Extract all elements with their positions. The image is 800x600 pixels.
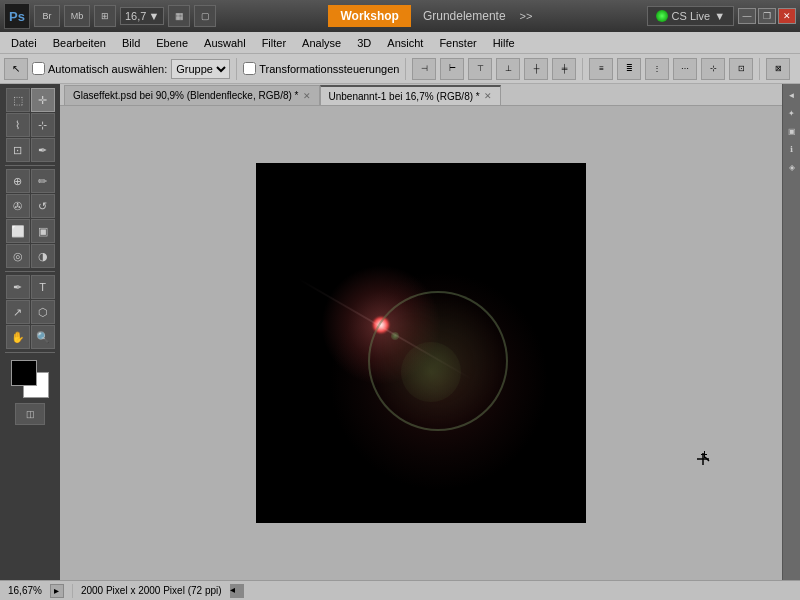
close-button[interactable]: ✕ <box>778 8 796 24</box>
align-top-btn[interactable]: ⊥ <box>496 58 520 80</box>
title-bar: Ps Br Mb ⊞ 16,7 ▼ ▦ ▢ Workshop Grundelem… <box>0 0 800 32</box>
panel-icon-3[interactable]: ℹ <box>785 142 799 156</box>
menu-bearbeiten[interactable]: Bearbeiten <box>46 35 113 51</box>
distribute-bot-btn[interactable]: ⋮ <box>645 58 669 80</box>
foreground-color-swatch[interactable] <box>11 360 37 386</box>
menu-filter[interactable]: Filter <box>255 35 293 51</box>
tab-unbenannt-close[interactable]: ✕ <box>484 91 492 101</box>
arrange-icon[interactable]: ⊞ <box>94 5 116 27</box>
status-sep <box>72 584 73 598</box>
align-middle-btn[interactable]: ┼ <box>524 58 548 80</box>
path-select-tool[interactable]: ↗ <box>6 300 30 324</box>
workspace-button[interactable]: Workshop <box>328 5 410 27</box>
canvas-area[interactable] <box>60 106 782 580</box>
options-separator-2 <box>405 58 406 80</box>
options-separator-4 <box>759 58 760 80</box>
tab-glaseffekt-label: Glaseffekt.psd bei 90,9% (Blendenflecke,… <box>73 90 299 101</box>
color-swatches[interactable] <box>11 360 49 398</box>
move-tool[interactable]: ✛ <box>31 88 55 112</box>
pen-tool[interactable]: ✒ <box>6 275 30 299</box>
menu-3d[interactable]: 3D <box>350 35 378 51</box>
tab-unbenannt[interactable]: Unbenannt-1 bei 16,7% (RGB/8) * ✕ <box>320 85 501 105</box>
cs-live-indicator <box>656 10 668 22</box>
history-brush-tool[interactable]: ↺ <box>31 194 55 218</box>
lens-flare-container <box>256 163 586 523</box>
align-left-btn[interactable]: ⊣ <box>412 58 436 80</box>
mini-bridge-icon[interactable]: Mb <box>64 5 90 27</box>
panel-icon-1[interactable]: ✦ <box>785 106 799 120</box>
grundelemente-label[interactable]: Grundelemente <box>415 5 514 27</box>
quick-mask-button[interactable]: ◫ <box>15 403 45 425</box>
tab-glaseffekt[interactable]: Glaseffekt.psd bei 90,9% (Blendenflecke,… <box>64 85 320 105</box>
align-right-btn[interactable]: ⊤ <box>468 58 492 80</box>
distribute-right-btn[interactable]: ⊡ <box>729 58 753 80</box>
move-tool-btn[interactable]: ↖ <box>4 58 28 80</box>
spot-heal-tool[interactable]: ⊕ <box>6 169 30 193</box>
menu-datei[interactable]: Datei <box>4 35 44 51</box>
tool-row-4: ⊕ ✏ <box>6 169 55 193</box>
auto-select-label: Automatisch auswählen: <box>32 62 167 75</box>
status-icon[interactable]: ▸ <box>50 584 64 598</box>
bridge-icon[interactable]: Br <box>34 5 60 27</box>
main-area: ⬚ ✛ ⌇ ⊹ ⊡ ✒ ⊕ ✏ ✇ ↺ ⬜ ▣ ◎ ◑ ✒ <box>0 84 800 580</box>
auto-select-dropdown[interactable]: Gruppe <box>171 59 230 79</box>
dodge-tool[interactable]: ◑ <box>31 244 55 268</box>
menu-fenster[interactable]: Fenster <box>432 35 483 51</box>
zoom-display: 16,67% <box>8 585 42 596</box>
left-toolbar: ⬚ ✛ ⌇ ⊹ ⊡ ✒ ⊕ ✏ ✇ ↺ ⬜ ▣ ◎ ◑ ✒ <box>0 84 60 580</box>
tab-bar: Glaseffekt.psd bei 90,9% (Blendenflecke,… <box>60 84 782 106</box>
right-panel: ◄ ✦ ▣ ℹ ◈ <box>782 84 800 580</box>
tool-row-10: ✋ 🔍 <box>6 325 55 349</box>
scroll-left-btn[interactable]: ◂ <box>230 584 244 598</box>
eraser-tool[interactable]: ⬜ <box>6 219 30 243</box>
more-workspaces[interactable]: >> <box>518 8 535 24</box>
brush-tool[interactable]: ✏ <box>31 169 55 193</box>
tool-row-7: ◎ ◑ <box>6 244 55 268</box>
tab-unbenannt-label: Unbenannt-1 bei 16,7% (RGB/8) * <box>329 91 480 102</box>
menu-ebene[interactable]: Ebene <box>149 35 195 51</box>
hand-tool[interactable]: ✋ <box>6 325 30 349</box>
cs-live-dropdown[interactable]: ▼ <box>714 10 725 22</box>
layout-icon[interactable]: ▦ <box>168 5 190 27</box>
menu-analyse[interactable]: Analyse <box>295 35 348 51</box>
align-center-btn[interactable]: ⊢ <box>440 58 464 80</box>
gradient-tool[interactable]: ▣ <box>31 219 55 243</box>
align-bottom-btn[interactable]: ╪ <box>552 58 576 80</box>
panel-icon-4[interactable]: ◈ <box>785 160 799 174</box>
menu-hilfe[interactable]: Hilfe <box>486 35 522 51</box>
cursor-indicator <box>695 451 707 463</box>
lasso-tool[interactable]: ⌇ <box>6 113 30 137</box>
panel-expand-btn[interactable]: ◄ <box>785 88 799 102</box>
zoom-value[interactable]: 16,7 ▼ <box>120 7 164 25</box>
menu-auswahl[interactable]: Auswahl <box>197 35 253 51</box>
auto-align-btn[interactable]: ⊠ <box>766 58 790 80</box>
distribute-center-btn[interactable]: ⊹ <box>701 58 725 80</box>
cursor-svg <box>695 451 711 467</box>
zoom-tool[interactable]: 🔍 <box>31 325 55 349</box>
auto-select-checkbox[interactable] <box>32 62 45 75</box>
cs-live-area[interactable]: CS Live ▼ <box>647 6 734 26</box>
photoshop-canvas[interactable] <box>256 163 586 523</box>
minimize-button[interactable]: — <box>738 8 756 24</box>
menu-bild[interactable]: Bild <box>115 35 147 51</box>
status-bar: 16,67% ▸ 2000 Pixel x 2000 Pixel (72 ppi… <box>0 580 800 600</box>
distribute-top-btn[interactable]: ≡ <box>589 58 613 80</box>
crop-tool[interactable]: ⊡ <box>6 138 30 162</box>
distribute-mid-btn[interactable]: ≣ <box>617 58 641 80</box>
restore-button[interactable]: ❐ <box>758 8 776 24</box>
shape-tool[interactable]: ⬡ <box>31 300 55 324</box>
blur-tool[interactable]: ◎ <box>6 244 30 268</box>
eyedropper-tool[interactable]: ✒ <box>31 138 55 162</box>
marquee-tool[interactable]: ⬚ <box>6 88 30 112</box>
transform-checkbox[interactable] <box>243 62 256 75</box>
menu-ansicht[interactable]: Ansicht <box>380 35 430 51</box>
text-tool[interactable]: T <box>31 275 55 299</box>
tool-separator-3 <box>5 352 55 353</box>
distribute-left-btn[interactable]: ⋯ <box>673 58 697 80</box>
tool-separator-1 <box>5 165 55 166</box>
tab-glaseffekt-close[interactable]: ✕ <box>303 91 311 101</box>
display-icon[interactable]: ▢ <box>194 5 216 27</box>
panel-icon-2[interactable]: ▣ <box>785 124 799 138</box>
quick-select-tool[interactable]: ⊹ <box>31 113 55 137</box>
clone-stamp-tool[interactable]: ✇ <box>6 194 30 218</box>
